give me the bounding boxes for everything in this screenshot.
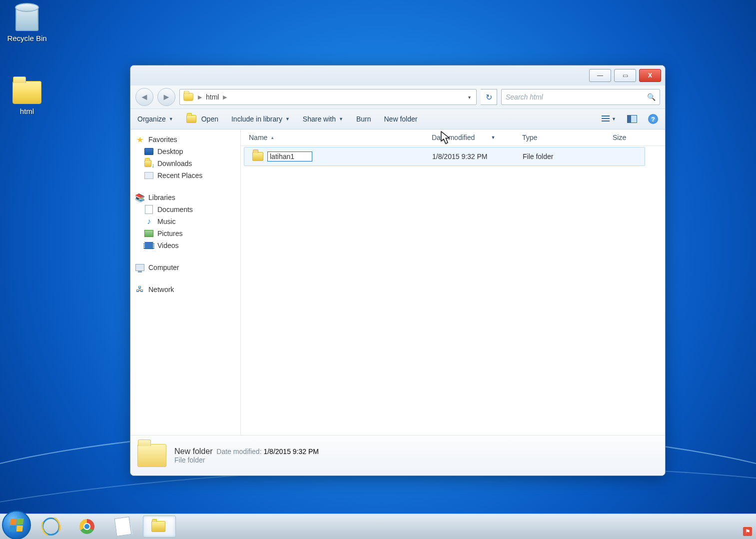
taskbar-pin-notepad[interactable] [107,516,139,537]
start-button[interactable] [2,510,31,539]
details-type: File folder [174,456,319,464]
titlebar[interactable]: — ▭ X [130,66,665,86]
nav-row: ◄ ► ▶ html ▶ ▾ ↻ Search html 🔍 [130,86,665,108]
libraries-icon: 📚 [135,193,144,202]
taskbar-pin-chrome[interactable] [71,516,103,537]
address-dropdown[interactable]: ▾ [465,93,473,101]
nav-item-desktop[interactable]: Desktop [135,146,240,158]
documents-icon [145,205,153,214]
file-row[interactable]: 1/8/2015 9:32 PM File folder [244,147,645,166]
ie-icon [42,518,60,536]
details-pane: New folder Date modified: 1/8/2015 9:32 … [130,435,665,476]
desktop-icon-html-folder[interactable]: html [4,78,50,116]
maximize-button[interactable]: ▭ [614,69,636,82]
desktop-icon [144,148,153,155]
pictures-icon [144,230,153,237]
nav-group-computer[interactable]: Computer [135,262,240,274]
chevron-down-icon: ▼ [612,116,616,122]
computer-icon [135,264,144,271]
music-icon: ♪ [144,217,153,226]
folder-icon [252,152,263,161]
share-with-button[interactable]: Share with▼ [303,115,343,123]
details-mod-value: 1/8/2015 9:32 PM [263,448,319,456]
breadcrumb-sep[interactable]: ▶ [223,94,227,100]
list-view-icon [602,116,610,122]
nav-group-network[interactable]: 🖧 Network [135,284,240,296]
chevron-down-icon: ▼ [339,116,343,122]
windows-logo-icon [9,518,24,532]
chrome-icon [79,519,94,534]
notepad-icon [114,516,132,536]
chevron-down-icon: ▼ [169,116,173,122]
desktop-icon-recycle-bin[interactable]: Recycle Bin [4,5,50,42]
nav-item-pictures[interactable]: Pictures [135,228,240,240]
open-button[interactable]: Open [186,115,218,123]
explorer-icon [151,521,165,532]
details-name: New folder [174,447,212,456]
column-headers: Name ▲ Date modified ▼ Type Size [241,130,665,146]
recycle-bin-icon [15,7,38,31]
chevron-down-icon: ▼ [285,116,290,122]
recent-places-icon [144,172,153,179]
breadcrumb-sep[interactable]: ▶ [198,94,202,100]
file-date: 1/8/2015 9:32 PM [424,152,515,160]
nav-group-libraries[interactable]: 📚 Libraries [135,192,240,204]
file-type: File folder [515,152,605,160]
back-button[interactable]: ◄ [135,88,153,106]
details-mod-label: Date modified: [216,448,261,456]
taskbar: ⚑ [0,514,756,539]
nav-item-videos[interactable]: Videos [135,240,240,252]
nav-item-recent-places[interactable]: Recent Places [135,170,240,182]
column-header-name[interactable]: Name ▲ [241,134,424,142]
breadcrumb-item[interactable]: html [206,93,219,101]
column-header-type[interactable]: Type [514,134,605,142]
explorer-window: — ▭ X ◄ ► ▶ html ▶ ▾ ↻ Search html 🔍 [130,65,666,476]
help-button[interactable]: ? [648,114,658,124]
search-box[interactable]: Search html 🔍 [501,89,660,105]
rename-input[interactable] [267,152,312,162]
preview-pane-button[interactable] [627,115,637,123]
search-placeholder: Search html [506,93,543,101]
file-list-area: Name ▲ Date modified ▼ Type Size [241,130,665,435]
desktop-background[interactable]: Recycle Bin html — ▭ X ◄ ► ▶ html ▶ ▾ [0,0,756,539]
sort-asc-icon: ▲ [270,136,274,140]
network-icon: 🖧 [135,285,144,294]
downloads-icon [144,159,153,168]
search-icon[interactable]: 🔍 [647,93,656,101]
column-header-size[interactable]: Size [605,134,663,142]
refresh-button[interactable]: ↻ [481,89,497,105]
nav-item-documents[interactable]: Documents [135,204,240,216]
desktop-icon-label: html [4,107,50,116]
desktop-icon-label: Recycle Bin [4,34,50,42]
folder-icon [183,93,193,101]
minimize-button[interactable]: — [589,69,611,82]
preview-pane-icon [627,115,637,123]
folder-icon [12,81,41,104]
close-button[interactable]: X [639,69,661,82]
nav-item-downloads[interactable]: Downloads [135,158,240,170]
chevron-down-icon: ▼ [491,135,495,140]
toolbar: Organize▼ Open Include in library▼ Share… [130,108,665,130]
forward-button[interactable]: ► [157,88,175,106]
organize-button[interactable]: Organize▼ [137,115,173,123]
nav-group-favorites[interactable]: ★ Favorites [135,134,240,146]
folder-icon [137,444,166,467]
videos-icon [144,242,153,249]
taskbar-pin-explorer[interactable] [143,516,176,538]
tray-action-center-icon[interactable]: ⚑ [743,527,752,536]
column-header-date[interactable]: Date modified ▼ [424,134,514,142]
folder-open-icon [186,115,196,123]
taskbar-pin-ie[interactable] [35,516,67,537]
view-options-button[interactable]: ▼ [602,116,616,122]
new-folder-button[interactable]: New folder [384,115,418,123]
address-bar[interactable]: ▶ html ▶ ▾ [179,89,477,105]
burn-button[interactable]: Burn [356,115,371,123]
star-icon: ★ [135,135,144,144]
include-library-button[interactable]: Include in library▼ [231,115,290,123]
navigation-pane: ★ Favorites Desktop Downloads [130,130,241,435]
nav-item-music[interactable]: ♪ Music [135,216,240,228]
